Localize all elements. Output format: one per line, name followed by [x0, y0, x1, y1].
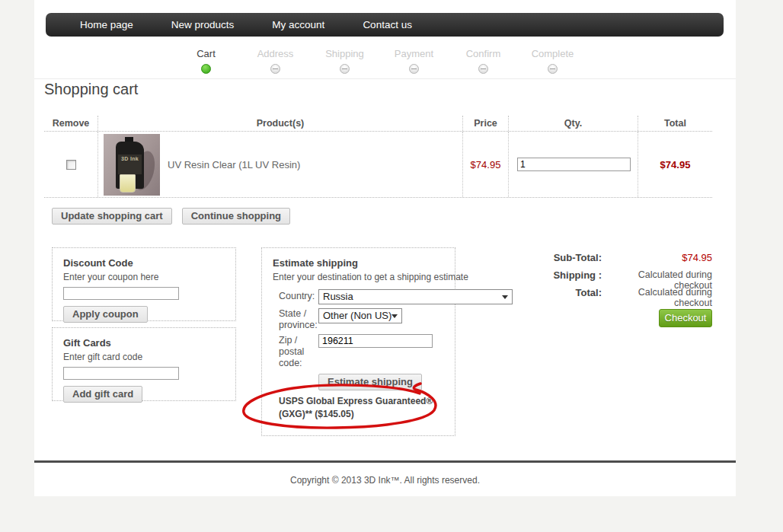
estimate-shipping-title: Estimate shipping [273, 257, 444, 269]
nav-my-account[interactable]: My account [264, 19, 332, 30]
discount-code-box: Discount Code Enter your coupon here App… [52, 247, 236, 321]
footer-divider [34, 460, 736, 463]
shipping-method-line1: USPS Global Express Guaranteed® [279, 395, 433, 408]
page: Home page New products My account Contac… [34, 0, 736, 496]
step-address-label: Address [241, 48, 310, 59]
shipping-method-line2: (GXG)** ($145.05) [279, 408, 433, 421]
step-cart-label: Cart [171, 48, 241, 59]
coupon-code-input[interactable] [63, 287, 179, 300]
header-remove: Remove [44, 118, 97, 129]
step-confirm: Confirm [449, 48, 518, 74]
step-inactive-dot-icon [270, 64, 280, 74]
gift-cards-hint: Enter gift card code [63, 352, 225, 362]
nav-home-page[interactable]: Home page [72, 19, 141, 30]
cart-table: Remove Product(s) Price Qty. Total 3D In… [44, 116, 712, 198]
apply-coupon-button[interactable]: Apply coupon [63, 306, 148, 323]
total-row: Total: Calculated during checkout [491, 287, 712, 308]
resin-glass-icon [120, 174, 136, 193]
nav-contact-us[interactable]: Contact us [355, 19, 420, 30]
cart-table-header: Remove Product(s) Price Qty. Total [44, 116, 712, 132]
step-shipping-label: Shipping [310, 48, 379, 59]
state-label: State / province: [279, 308, 323, 331]
zip-label: Zip / postal code: [279, 335, 312, 369]
step-inactive-dot-icon [478, 64, 488, 74]
chevron-down-icon [392, 314, 398, 318]
page-title: Shopping cart [44, 81, 138, 98]
estimate-shipping-box: Estimate shipping Enter your destination… [261, 247, 455, 436]
add-gift-card-button[interactable]: Add gift card [63, 386, 142, 403]
product-image[interactable]: 3D Ink [104, 134, 160, 196]
subtotal-label: Sub-Total: [491, 252, 602, 263]
qty-cell [508, 132, 638, 197]
unit-price: $74.95 [471, 159, 501, 170]
estimate-shipping-subtitle: Enter your destination to get a shipping… [273, 272, 444, 282]
estimate-shipping-button[interactable]: Estimate shipping [318, 374, 422, 390]
step-inactive-dot-icon [409, 64, 419, 74]
line-total: $74.95 [660, 159, 691, 170]
step-complete-label: Complete [518, 48, 587, 59]
country-select[interactable]: Russia [318, 289, 513, 304]
cart-actions: Update shopping cart Continue shopping [52, 208, 290, 225]
step-payment-label: Payment [379, 48, 449, 59]
state-selected-value: Other (Non US) [323, 310, 392, 321]
discount-title: Discount Code [63, 257, 225, 269]
header-price: Price [462, 116, 508, 131]
product-name-link[interactable]: UV Resin Clear (1L UV Resin) [168, 159, 300, 170]
step-shipping: Shipping [310, 48, 379, 74]
gift-cards-title: Gift Cards [63, 337, 225, 349]
discount-hint: Enter your coupon here [63, 272, 225, 282]
header-product: Product(s) [97, 116, 462, 131]
subtotal-value: $74.95 [602, 252, 712, 263]
step-address: Address [241, 48, 310, 74]
bottle-label: 3D Ink [118, 155, 142, 174]
remove-cell [44, 132, 97, 197]
total-cell: $74.95 [638, 132, 712, 197]
top-navigation: Home page New products My account Contac… [46, 13, 724, 37]
quantity-input[interactable] [517, 158, 631, 171]
state-select[interactable]: Other (Non US) [318, 308, 402, 323]
step-complete: Complete [518, 48, 587, 74]
remove-checkbox[interactable] [66, 160, 76, 170]
update-cart-button[interactable]: Update shopping cart [52, 208, 172, 225]
step-inactive-dot-icon [548, 64, 558, 74]
continue-shopping-button[interactable]: Continue shopping [182, 208, 290, 225]
checkout-button[interactable]: Checkout [659, 309, 712, 327]
price-cell: $74.95 [462, 132, 508, 197]
gift-cards-box: Gift Cards Enter gift card code Add gift… [52, 327, 236, 401]
table-row: 3D Ink UV Resin Clear (1L UV Resin) $74.… [44, 132, 712, 198]
header-total: Total [638, 116, 712, 131]
zip-code-input[interactable] [318, 334, 433, 348]
shipping-estimate-result: USPS Global Express Guaranteed® (GXG)** … [279, 395, 433, 421]
product-cell: 3D Ink UV Resin Clear (1L UV Resin) [97, 132, 462, 197]
step-active-dot-icon [201, 64, 211, 74]
steps-divider [34, 78, 736, 79]
country-selected-value: Russia [323, 291, 353, 302]
total-value: Calculated during checkout [602, 287, 712, 308]
nav-new-products[interactable]: New products [164, 19, 242, 30]
step-cart: Cart [171, 48, 241, 74]
copyright-text: Copyright © 2013 3D Ink™. All rights res… [34, 475, 736, 486]
total-label: Total: [491, 287, 602, 308]
gift-card-code-input[interactable] [63, 367, 179, 380]
country-label: Country: [279, 291, 315, 302]
header-qty: Qty. [508, 116, 638, 131]
subtotal-row: Sub-Total: $74.95 [491, 252, 712, 263]
step-inactive-dot-icon [340, 64, 350, 74]
step-payment: Payment [379, 48, 449, 74]
checkout-progress: Cart Address Shipping Payment Confirm Co… [171, 48, 587, 74]
step-confirm-label: Confirm [449, 48, 518, 59]
